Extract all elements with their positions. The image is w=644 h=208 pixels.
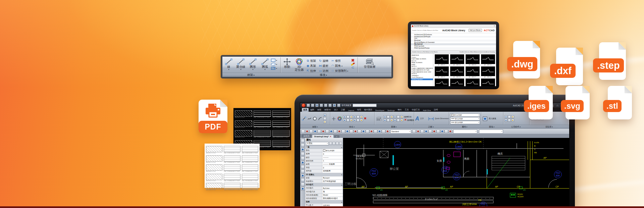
workspace-label[interactable]: 管理及配置	[341, 104, 352, 107]
workspace[interactable]	[337, 104, 340, 107]
block-thumbnail[interactable]: AC - WELD6	[450, 66, 464, 79]
pan[interactable]	[301, 143, 305, 147]
arc-tool[interactable]: 圓弧 ▾	[259, 57, 271, 70]
hatch-pattern-cell[interactable]: CAD_ISO07W100#1/20in	[272, 129, 290, 139]
close-icon[interactable]: ✕	[494, 25, 495, 27]
copy-button[interactable]: ⧉ 複製	[306, 58, 317, 63]
redo[interactable]	[333, 104, 336, 107]
property-row[interactable]: 列印表格類型 顏色相關列印樣式	[305, 197, 343, 200]
ortho[interactable]	[420, 129, 424, 133]
stretch-chip[interactable]	[343, 119, 346, 122]
layer-combo[interactable]: ▾	[453, 129, 477, 134]
grid[interactable]	[416, 129, 420, 133]
3d-locator-button[interactable]: 3D 定位器	[293, 57, 306, 72]
hatch-tool[interactable]: ▾	[271, 67, 280, 70]
model[interactable]	[436, 129, 440, 133]
color-combo[interactable]: BYLAYER▾	[450, 113, 480, 117]
trim-button[interactable]: ✂ 修剪	[331, 58, 348, 63]
hatch-pattern-cell[interactable]: CAD_ISO03W100#1/20in	[224, 154, 240, 164]
property-row[interactable]: 列印樣式 ByColor	[305, 187, 343, 190]
array-chip[interactable]	[350, 119, 353, 122]
layer-unlock-chip[interactable]	[400, 115, 403, 118]
orbit[interactable]	[354, 129, 357, 133]
group-label-layers[interactable]: 圖層	[374, 125, 414, 128]
property-row[interactable]: 陰影顯示 投下和接受陰影	[305, 180, 343, 183]
layer-walk-chip[interactable]	[387, 119, 390, 122]
layout[interactable]	[440, 129, 444, 133]
block-thumbnail[interactable]: AC - WELD8	[481, 66, 495, 79]
hatch-pattern-cell[interactable]: ANSI34#1/2in	[206, 173, 222, 182]
hatch-pattern-cell[interactable]: CAD_ISO06W100#1/20in	[224, 182, 240, 191]
hatch-pattern-cell[interactable]: ANSI32#1/2in	[235, 119, 252, 129]
ribbon-tab[interactable]: Layout	[347, 109, 356, 112]
layers[interactable]	[362, 129, 365, 133]
folder-item[interactable]: PNID Symbols/Pumps	[411, 47, 496, 49]
erase[interactable]	[301, 187, 305, 191]
offset-chip[interactable]	[357, 119, 360, 122]
group-label-annotation[interactable]: 註解	[414, 125, 448, 128]
zoom-in[interactable]	[337, 129, 341, 133]
save[interactable]	[315, 104, 319, 107]
rectangle-tool[interactable]: ▾	[271, 59, 280, 62]
lineweight-combo[interactable]: BYLAYER▾	[450, 121, 480, 124]
save-as[interactable]	[320, 104, 323, 107]
property-row[interactable]: 顏色 BYLAYER	[305, 149, 343, 152]
match[interactable]	[448, 129, 452, 133]
group[interactable]	[386, 129, 389, 133]
hatch[interactable]	[301, 174, 305, 177]
arc[interactable]	[301, 165, 305, 169]
group-label-draw[interactable]: 繪製	[300, 125, 330, 128]
style-combo[interactable]: ▾	[479, 129, 503, 134]
property-row[interactable]: 視圖	[305, 200, 343, 204]
drawing-tab[interactable]: Drawing2.dwg*✕	[312, 135, 333, 138]
filter-button[interactable]	[339, 142, 342, 145]
hatch-pattern-cell[interactable]: CAD_ISO05W100#1/20in	[224, 173, 240, 182]
modify-group-label[interactable]: 修改	[279, 73, 367, 77]
text-tool-icon[interactable]: A	[415, 116, 419, 121]
osnap[interactable]	[412, 129, 416, 133]
cloud-tool-chip[interactable]	[323, 117, 326, 120]
hatch-pattern-cell[interactable]: CAD_ISO09W100#1/20in	[242, 163, 258, 173]
block-thumbnail[interactable]: AC - WELD3	[465, 54, 480, 66]
hatch-pattern-cell[interactable]: ANSI35#1/2in	[206, 182, 222, 191]
undo[interactable]	[328, 104, 332, 107]
quick-access-combo[interactable]	[353, 104, 377, 107]
close-tab-icon[interactable]: ✕	[330, 136, 331, 138]
rotate-chip[interactable]	[346, 115, 350, 118]
ribbon-tab[interactable]: 首頁	[302, 108, 309, 112]
minimize-button[interactable]: –	[556, 104, 559, 107]
circle-tool[interactable]: 圓形 ▾	[247, 57, 259, 70]
hatch-pattern-cell[interactable]: CAD_ISO10W100#1/20in	[242, 173, 258, 182]
ribbon-tab[interactable]: 輸出圖面	[363, 108, 374, 112]
boundary-icon[interactable]: ⊂	[351, 66, 354, 69]
lweight[interactable]	[432, 129, 436, 133]
new-tab-button[interactable]: +	[334, 135, 339, 138]
start-page-tab[interactable]: 起始頁	[302, 134, 312, 138]
preview[interactable]	[313, 129, 317, 133]
join-chip[interactable]	[360, 119, 363, 122]
move-button[interactable]: 移動	[281, 57, 293, 68]
dim-style[interactable]	[374, 129, 377, 133]
plot[interactable]	[324, 104, 327, 107]
circle[interactable]	[301, 161, 305, 164]
open[interactable]	[301, 129, 305, 133]
hatch-tool-chip[interactable]	[323, 120, 326, 123]
layer-state-chip[interactable]	[400, 119, 403, 122]
property-row[interactable]: 線寬 ——— 依圖層	[305, 163, 343, 166]
quick-select-button[interactable]	[329, 142, 332, 145]
fillet-button[interactable]: ◠ 圓角 ▾	[331, 63, 348, 68]
copy-chip[interactable]	[343, 115, 346, 118]
zoom-out[interactable]	[341, 129, 345, 133]
polyline-tool[interactable]: 聚合線 ▾	[235, 57, 247, 70]
units-chip[interactable]	[511, 119, 514, 122]
ribbon-tab[interactable]: 繪製	[316, 108, 323, 112]
hatch-pattern-cell[interactable]: CAD_ISO11W100#1/20in	[242, 182, 258, 191]
zoom[interactable]	[301, 148, 305, 151]
hatch-pattern-cell[interactable]: ANSI33#1/2in	[235, 129, 252, 139]
print[interactable]	[309, 129, 313, 133]
hatch-pattern-cell[interactable]: ANSI31#1/2in	[235, 109, 252, 119]
ribbon-tab[interactable]: 工具	[404, 108, 410, 112]
id-point-chip[interactable]	[508, 115, 511, 118]
dimstyle-combo[interactable]: Standard▾	[390, 129, 411, 134]
ribbon-tab[interactable]: 插入	[333, 108, 339, 112]
